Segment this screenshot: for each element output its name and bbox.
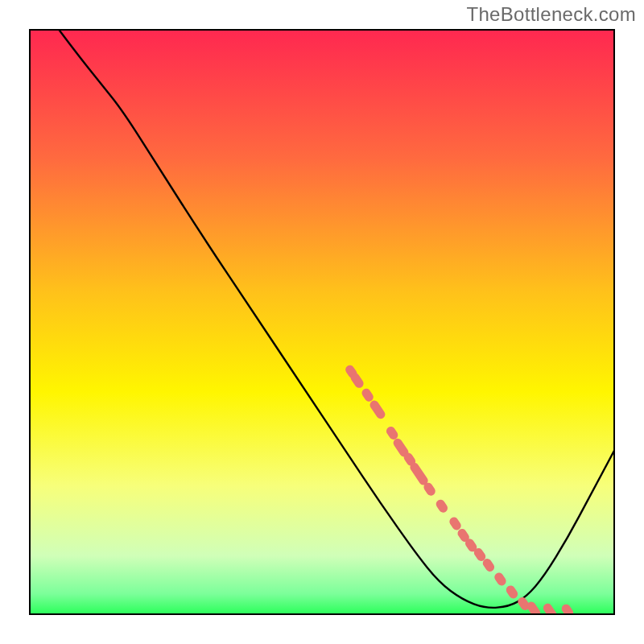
data-marker (390, 431, 393, 435)
data-marker (374, 405, 381, 415)
data-marker (478, 552, 481, 556)
data-marker (366, 393, 369, 397)
data-marker (566, 609, 568, 613)
plot-background (30, 30, 614, 614)
data-marker (454, 522, 456, 526)
chart-stage: TheBottleneck.com (0, 0, 644, 644)
data-marker (531, 606, 536, 613)
data-marker (428, 487, 431, 491)
chart-svg (0, 0, 644, 644)
data-marker (462, 534, 464, 538)
watermark-text: TheBottleneck.com (466, 3, 636, 26)
data-marker (350, 369, 353, 374)
data-marker (398, 443, 404, 452)
data-marker (499, 577, 502, 581)
data-marker (355, 378, 359, 383)
data-marker (522, 601, 525, 605)
data-marker (440, 504, 443, 508)
data-marker (487, 564, 489, 568)
data-marker (469, 543, 472, 547)
data-marker (510, 590, 513, 594)
data-marker (408, 457, 411, 461)
